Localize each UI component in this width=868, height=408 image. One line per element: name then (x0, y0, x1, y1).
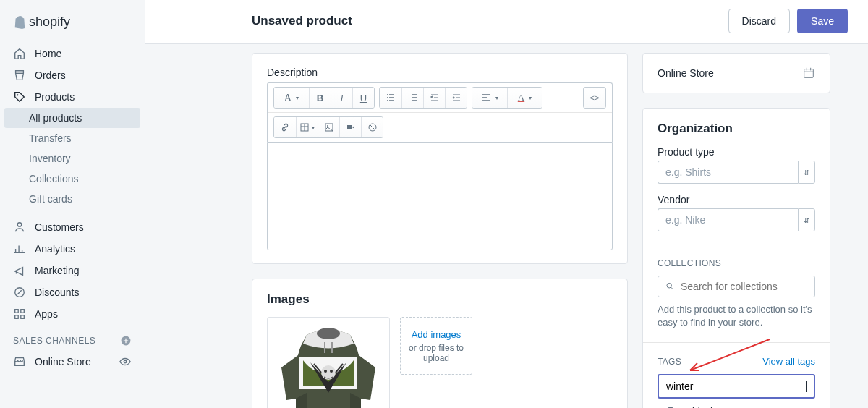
rte-number-list[interactable] (401, 88, 423, 108)
rte-image[interactable] (318, 117, 339, 137)
nav-all-products[interactable]: All products (4, 108, 140, 128)
calendar-icon[interactable] (802, 67, 815, 80)
rte-table[interactable] (296, 117, 318, 137)
channel-visibility-card: Online Store (642, 53, 830, 93)
svg-point-17 (330, 370, 333, 373)
rte-bold[interactable]: B (309, 88, 331, 108)
channel-online-store[interactable]: Online Store (0, 351, 145, 373)
svg-point-14 (317, 328, 340, 339)
nav-apps-label: Apps (35, 308, 58, 320)
product-type-select[interactable]: e.g. Shirts (658, 161, 798, 184)
shopify-icon (13, 15, 26, 30)
text-caret (806, 381, 807, 392)
nav-transfers[interactable]: Transfers (0, 128, 145, 148)
collections-label: COLLECTIONS (658, 258, 815, 268)
outdent-icon (430, 93, 440, 103)
product-image-thumb[interactable]: ⊕ (267, 317, 390, 408)
page-title: Unsaved product (252, 14, 352, 28)
rte-bullet-list[interactable] (380, 88, 401, 108)
discard-button[interactable]: Discard (728, 9, 790, 33)
nav-marketing[interactable]: Marketing (0, 260, 145, 281)
tags-input[interactable] (666, 381, 806, 392)
sidebar: shopify Home Orders Products All product… (0, 0, 145, 408)
drop-hint: or drop files to upload (405, 343, 467, 363)
nav-apps[interactable]: Apps (0, 303, 145, 325)
svg-point-1 (17, 223, 21, 226)
nav-marketing-label: Marketing (35, 265, 79, 276)
collections-search[interactable] (658, 276, 815, 297)
nav-analytics[interactable]: Analytics (0, 238, 145, 260)
images-card: Images (252, 279, 628, 408)
description-card: Description A B I U (252, 53, 628, 264)
product-image (271, 320, 386, 408)
nav-collections[interactable]: Collections (0, 169, 145, 189)
view-all-tags[interactable]: View all tags (762, 356, 815, 367)
nav-analytics-label: Analytics (35, 243, 75, 255)
nav-inventory[interactable]: Inventory (0, 148, 145, 169)
orders-icon (13, 69, 26, 82)
svg-rect-18 (804, 69, 814, 78)
align-icon (481, 93, 491, 103)
rte-indent[interactable] (445, 88, 467, 108)
channel-online-store-label: Online Store (35, 356, 91, 367)
vendor-caret[interactable]: ⇵ (798, 208, 815, 231)
description-editor[interactable] (267, 142, 613, 250)
rte-paragraph-style[interactable]: A (274, 88, 309, 108)
svg-rect-4 (21, 310, 25, 313)
rte-video[interactable] (339, 117, 361, 137)
bullet-list-icon (386, 93, 396, 103)
images-heading: Images (267, 292, 613, 307)
nav-home-label: Home (35, 48, 61, 59)
nav-discounts[interactable]: Discounts (0, 281, 145, 303)
nav-gift-cards[interactable]: Gift cards (0, 189, 145, 209)
rte-underline[interactable]: U (352, 88, 374, 108)
product-type-caret[interactable]: ⇵ (798, 161, 815, 184)
sales-channels-header: SALES CHANNELS (0, 325, 145, 351)
image-dropzone[interactable]: Add images or drop files to upload (400, 317, 472, 375)
nav-customers-label: Customers (35, 221, 84, 233)
nav-products-label: Products (35, 91, 75, 103)
nav-orders[interactable]: Orders (0, 64, 145, 86)
rte-align[interactable] (472, 88, 507, 108)
number-list-icon (408, 93, 418, 103)
svg-rect-6 (21, 315, 25, 319)
nav-discounts-label: Discounts (35, 286, 79, 298)
customers-icon (13, 221, 26, 234)
analytics-icon (13, 242, 26, 255)
rte-html-view[interactable]: <> (584, 88, 605, 108)
rte-clear-format[interactable] (361, 117, 383, 137)
rte-link[interactable] (274, 117, 296, 137)
nav-customers[interactable]: Customers (0, 216, 145, 238)
topbar: Unsaved product Discard Save (145, 0, 868, 44)
svg-point-16 (324, 370, 327, 373)
nav-home[interactable]: Home (0, 43, 145, 64)
image-icon (324, 122, 334, 132)
home-icon (13, 47, 26, 60)
rte-italic[interactable]: I (331, 88, 352, 108)
add-tag-option[interactable]: Add winter (658, 399, 815, 408)
marketing-icon (13, 264, 26, 277)
vendor-select[interactable]: e.g. Nike (658, 208, 798, 231)
svg-point-15 (321, 365, 336, 380)
collections-help: Add this product to a collection so it's… (658, 303, 815, 329)
add-channel-icon[interactable] (120, 335, 132, 347)
svg-point-8 (124, 360, 127, 363)
rte-text-color[interactable]: A (507, 88, 542, 108)
products-icon (13, 90, 26, 103)
table-icon (299, 122, 310, 132)
store-icon (13, 355, 26, 368)
tags-input-wrapper[interactable] (658, 374, 815, 399)
organization-card: Organization Product type e.g. Shirts ⇵ … (642, 108, 830, 408)
nav-products[interactable]: Products (0, 86, 145, 108)
indent-icon (451, 93, 461, 103)
link-icon (280, 122, 290, 132)
clear-icon (367, 122, 378, 132)
rte-toolbar: A B I U (267, 82, 613, 142)
add-images-link[interactable]: Add images (412, 329, 461, 340)
svg-point-0 (17, 94, 18, 95)
save-button[interactable]: Save (797, 9, 848, 33)
rte-outdent[interactable] (423, 88, 445, 108)
collections-search-input[interactable] (681, 281, 807, 292)
eye-icon[interactable] (119, 355, 132, 368)
vendor-label: Vendor (658, 194, 815, 205)
